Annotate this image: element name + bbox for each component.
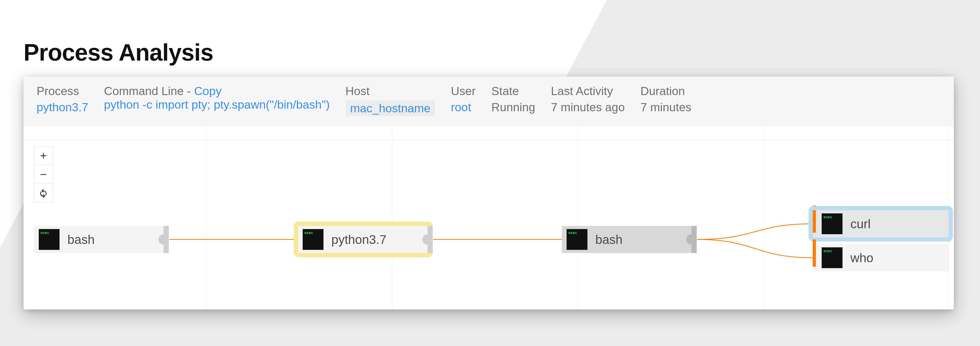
node-python-selected[interactable]: python3.7 [298,226,429,253]
info-state: State Running [491,84,535,114]
zoom-in-button[interactable]: + [34,146,53,165]
info-user-value[interactable]: root [451,100,471,114]
zoom-out-button[interactable]: − [34,165,53,184]
node-bash-parent[interactable]: bash [34,226,165,253]
info-process-label: Process [37,84,88,98]
out-port [686,234,697,245]
out-port [422,234,433,245]
node-label: bash [595,232,622,247]
copy-command-link[interactable]: Copy [194,84,222,98]
info-last-activity: Last Activity 7 minutes ago [551,84,625,114]
info-process-value[interactable]: python3.7 [37,100,88,114]
zoom-controls: + − [34,146,53,203]
grid-line [763,127,764,309]
refresh-button[interactable] [34,184,53,203]
info-command: Command Line - Copy python -c import pty… [104,84,330,111]
terminal-icon [566,229,587,250]
info-last-value: 7 minutes ago [551,100,625,114]
node-who[interactable]: who [813,244,949,271]
info-last-label: Last Activity [551,84,625,98]
info-host-value[interactable]: mac_hostname [345,100,435,116]
process-tree-graph[interactable]: + − bash [24,127,954,309]
info-bar: Process python3.7 Command Line - Copy py… [24,76,954,127]
node-label: curl [850,217,870,231]
node-bash-child[interactable]: bash [562,226,692,253]
info-host-label: Host [345,84,435,98]
terminal-icon [302,229,323,250]
node-label: who [850,251,873,265]
info-state-value: Running [491,100,535,114]
info-duration-label: Duration [641,84,692,98]
node-label: bash [67,232,95,247]
info-state-label: State [491,84,535,98]
terminal-icon [822,213,843,234]
terminal-icon [39,229,60,250]
terminal-icon [822,247,843,268]
grid-line [578,127,578,309]
activity-bar [813,206,816,233]
info-host: Host mac_hostname [345,84,435,116]
activity-bar [813,240,816,267]
info-command-label: Command Line - [104,84,194,98]
analysis-panel: Process python3.7 Command Line - Copy py… [24,76,954,309]
info-duration-value: 7 minutes [641,100,692,114]
grid-line [24,140,954,140]
node-curl[interactable]: curl [813,210,949,237]
page-title: Process Analysis [24,39,956,66]
refresh-icon [39,189,48,198]
node-label: python3.7 [331,232,387,247]
out-port [158,234,169,245]
info-user-label: User [451,84,476,98]
info-user: User root [451,84,476,114]
grid-line [392,127,392,309]
info-process: Process python3.7 [37,84,88,114]
info-command-value[interactable]: python -c import pty; pty.spawn("/bin/ba… [104,98,330,111]
info-duration: Duration 7 minutes [641,84,692,114]
